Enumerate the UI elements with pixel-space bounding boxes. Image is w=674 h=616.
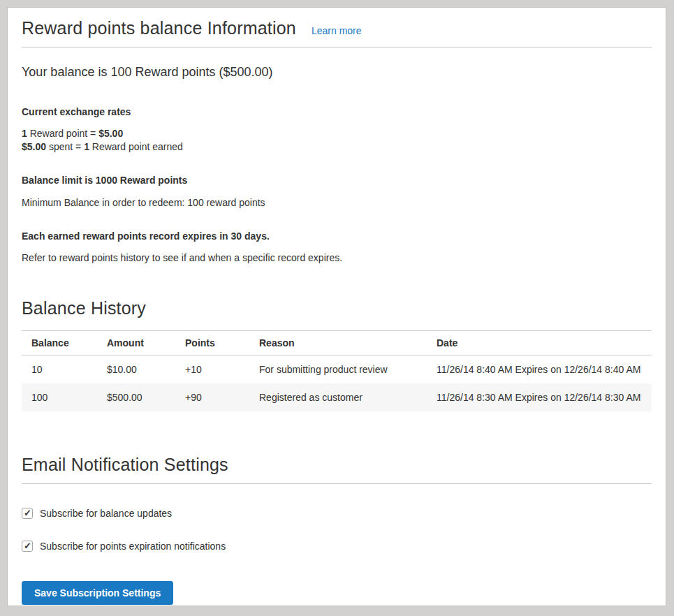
spend-rate-line: $5.00 spent = 1 Reward point earned [22, 140, 652, 154]
column-header-date: Date [427, 331, 652, 355]
page-title-row: Reward points balance Information Learn … [22, 8, 652, 47]
expiration-notifications-field: Subscribe for points expiration notifica… [22, 541, 652, 552]
balance-summary: Your balance is 100 Reward points ($500.… [22, 65, 652, 80]
column-header-balance: Balance [22, 331, 97, 355]
column-header-amount: Amount [97, 331, 175, 355]
earn-rate-mid: Reward point = [27, 128, 98, 139]
min-balance-text: Minimum Balance in order to redeem: 100 … [22, 197, 652, 208]
expiration-notifications-checkbox[interactable] [22, 541, 33, 552]
spend-rate-mid: spent = [46, 141, 84, 152]
table-row: 100$500.00+90Registered as customer11/26… [22, 383, 652, 411]
save-subscription-settings-button[interactable]: Save Subscription Settings [22, 581, 173, 605]
expiration-notifications-label[interactable]: Subscribe for points expiration notifica… [40, 541, 226, 552]
spend-rate-tail: Reward point earned [89, 141, 183, 152]
cell-date: 11/26/14 8:40 AM Expires on 12/26/14 8:4… [427, 355, 652, 384]
earn-rate-line: 1 Reward point = $5.00 [22, 127, 652, 140]
balance-updates-field: Subscribe for balance updates [22, 508, 652, 519]
email-notification-heading: Email Notification Settings [22, 455, 652, 475]
expiration-heading: Each earned reward points record expires… [22, 230, 652, 242]
learn-more-link[interactable]: Learn more [312, 25, 362, 36]
cell-balance: 100 [22, 383, 97, 411]
balance-updates-checkbox[interactable] [22, 508, 33, 519]
spend-rate-money: $5.00 [22, 141, 46, 152]
balance-updates-label[interactable]: Subscribe for balance updates [40, 508, 172, 519]
notification-title-row: Email Notification Settings [22, 455, 652, 484]
spend-rate-points: 1 [84, 141, 89, 152]
cell-points: +10 [175, 355, 249, 384]
page-title: Reward points balance Information [22, 18, 296, 38]
cell-reason: Registered as customer [249, 383, 427, 411]
table-row: 10$10.00+10For submitting product review… [22, 355, 652, 384]
cell-reason: For submitting product review [249, 355, 427, 384]
reward-points-panel: Reward points balance Information Learn … [7, 7, 666, 606]
exchange-rates: 1 Reward point = $5.00 $5.00 spent = 1 R… [22, 127, 652, 154]
cell-amount: $10.00 [97, 355, 175, 384]
balance-history-heading: Balance History [22, 298, 652, 318]
cell-balance: 10 [22, 355, 97, 384]
cell-points: +90 [175, 383, 249, 411]
column-header-points: Points [175, 331, 249, 355]
cell-date: 11/26/14 8:30 AM Expires on 12/26/14 8:3… [427, 383, 652, 411]
earn-rate-money: $5.00 [98, 128, 123, 139]
earn-rate-points: 1 [22, 128, 27, 139]
balance-limit-text: Balance limit is 1000 Reward points [22, 175, 652, 186]
column-header-reason: Reason [249, 331, 427, 355]
expiration-note: Refer to reward points history to see if… [22, 252, 652, 263]
cell-amount: $500.00 [97, 383, 175, 411]
table-header-row: Balance Amount Points Reason Date [22, 331, 652, 355]
history-table-body: 10$10.00+10For submitting product review… [22, 355, 652, 412]
balance-history-table: Balance Amount Points Reason Date 10$10.… [22, 330, 652, 411]
exchange-rates-heading: Current exchange rates [22, 106, 652, 117]
